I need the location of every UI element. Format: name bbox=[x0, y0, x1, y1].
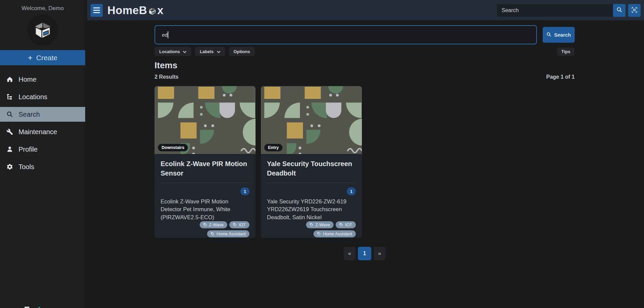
create-button[interactable]: + Create bbox=[0, 50, 85, 65]
pagination: « 1 » bbox=[155, 247, 575, 260]
search-submit-label: Search bbox=[554, 32, 571, 38]
item-title: Yale Security Touchscreen Deadbolt bbox=[267, 159, 356, 178]
tag-icon bbox=[339, 223, 343, 227]
navbar-search-button[interactable] bbox=[613, 4, 625, 17]
sidebar-item-locations[interactable]: Locations bbox=[0, 89, 85, 104]
label-pill[interactable]: Z-Wave bbox=[200, 221, 227, 228]
item-thumbnail: Entry bbox=[261, 86, 362, 154]
quantity-badge: 1 bbox=[347, 187, 356, 195]
chevron-down-icon bbox=[217, 49, 221, 54]
page-indicator: Page 1 of 1 bbox=[546, 74, 575, 80]
tag-icon bbox=[233, 223, 237, 227]
top-navbar: HomeB x bbox=[87, 0, 644, 21]
pagination-prev-button[interactable]: « bbox=[344, 247, 355, 260]
tag-icon bbox=[203, 223, 207, 227]
search-icon bbox=[6, 111, 13, 118]
footer-clipped-text bbox=[25, 307, 29, 308]
main-search-input[interactable] bbox=[155, 25, 537, 44]
divider bbox=[267, 183, 356, 183]
results-grid: Downstairs Ecolink Z-Wave PIR Motion Sen… bbox=[155, 86, 575, 238]
home-icon bbox=[6, 76, 13, 83]
sidebar-item-label: Locations bbox=[19, 93, 47, 101]
label-pill[interactable]: Home Assistant bbox=[207, 230, 249, 237]
label-list: Z-Wave IOT Home Assistant bbox=[171, 221, 249, 237]
options-filter-label: Options bbox=[234, 49, 250, 54]
tag-icon bbox=[310, 223, 313, 227]
sidebar-item-label: Maintenance bbox=[19, 128, 57, 136]
quantity-badge: 1 bbox=[240, 187, 249, 195]
locations-filter-label: Locations bbox=[159, 49, 180, 54]
box-icon bbox=[33, 21, 53, 40]
app-title: HomeB x bbox=[107, 4, 164, 17]
hamburger-menu-button[interactable] bbox=[91, 4, 103, 17]
location-badge[interactable]: Entry bbox=[264, 144, 282, 151]
label-list: Z-Wave IOT Home Assistant bbox=[277, 221, 356, 237]
sidebar-item-home[interactable]: Home bbox=[0, 72, 85, 87]
content-area: Search Locations Labels Options bbox=[85, 21, 644, 308]
tips-button[interactable]: Tips bbox=[557, 47, 575, 56]
search-submit-button[interactable]: Search bbox=[543, 27, 575, 43]
pagination-next-button[interactable]: » bbox=[374, 247, 385, 260]
item-description: Ecolink Z-Wave PIR Motion Detector Pet I… bbox=[161, 198, 249, 221]
item-thumbnail: Downstairs bbox=[155, 86, 256, 154]
options-filter-button[interactable]: Options bbox=[229, 47, 255, 56]
sidebar-item-label: Search bbox=[19, 111, 40, 118]
label-pill[interactable]: IOT bbox=[336, 221, 356, 228]
label-pill[interactable]: Home Assistant bbox=[313, 230, 356, 237]
item-description: Yale Security YRD226-ZW2-619 YRD226ZW261… bbox=[267, 198, 356, 221]
chevron-down-icon bbox=[183, 49, 187, 54]
plus-icon: + bbox=[28, 53, 32, 63]
tree-icon bbox=[6, 93, 13, 101]
item-title: Ecolink Z-Wave PIR Motion Sensor bbox=[161, 159, 249, 178]
location-badge[interactable]: Downstairs bbox=[158, 144, 188, 151]
sidebar-item-profile[interactable]: Profile bbox=[0, 142, 85, 157]
gear-icon bbox=[6, 163, 13, 170]
qr-scan-icon bbox=[631, 7, 638, 14]
page-title: Items bbox=[155, 60, 575, 71]
person-icon bbox=[6, 146, 13, 153]
sidebar-nav: Home Locations Search Maintena bbox=[0, 72, 85, 174]
app-title-post: x bbox=[157, 4, 164, 17]
labels-filter-button[interactable]: Labels bbox=[195, 47, 225, 56]
results-count: 2 Results bbox=[155, 74, 178, 80]
homebox-logo bbox=[27, 15, 58, 46]
tag-icon bbox=[317, 232, 321, 236]
search-icon bbox=[616, 7, 622, 14]
labels-filter-label: Labels bbox=[200, 49, 213, 54]
text-caret bbox=[168, 31, 168, 38]
divider bbox=[161, 183, 249, 183]
wrench-icon bbox=[6, 128, 13, 136]
pagination-page-1[interactable]: 1 bbox=[358, 247, 371, 260]
sidebar-item-search[interactable]: Search bbox=[0, 107, 85, 122]
item-card-yale[interactable]: Entry Yale Security Touchscreen Deadbolt… bbox=[261, 86, 362, 238]
create-button-label: Create bbox=[36, 54, 57, 62]
sidebar: Welcome, Demo + Create Home Locat bbox=[0, 0, 85, 308]
label-pill[interactable]: IOT bbox=[229, 221, 249, 228]
label-pill[interactable]: Z-Wave bbox=[306, 221, 334, 228]
item-card-ecolink[interactable]: Downstairs Ecolink Z-Wave PIR Motion Sen… bbox=[155, 86, 256, 238]
tag-icon bbox=[211, 232, 214, 236]
sidebar-item-tools[interactable]: Tools bbox=[0, 159, 85, 174]
navbar-scan-button[interactable] bbox=[628, 4, 641, 17]
search-icon bbox=[546, 32, 551, 38]
sidebar-item-label: Home bbox=[19, 76, 36, 83]
app-title-pre: HomeB bbox=[107, 4, 147, 17]
sidebar-item-maintenance[interactable]: Maintenance bbox=[0, 124, 85, 139]
sidebar-item-label: Profile bbox=[19, 146, 38, 153]
navbar-search-input[interactable] bbox=[497, 4, 613, 17]
locations-filter-button[interactable]: Locations bbox=[155, 47, 191, 56]
welcome-text: Welcome, Demo bbox=[0, 5, 85, 12]
sidebar-item-label: Tools bbox=[19, 163, 34, 171]
box-icon bbox=[148, 7, 157, 16]
